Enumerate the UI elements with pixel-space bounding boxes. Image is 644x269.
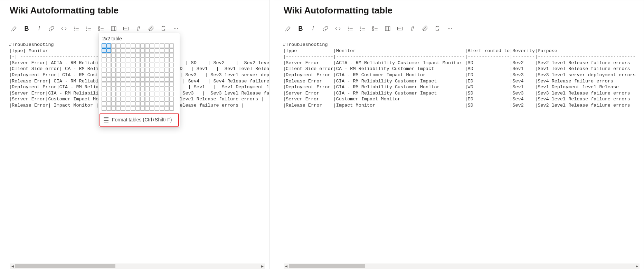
table-grid-cell[interactable]	[131, 43, 135, 48]
table-grid-cell[interactable]	[150, 101, 154, 106]
table-grid-cell[interactable]	[145, 48, 150, 53]
checklist-button[interactable]	[370, 24, 380, 33]
table-grid-cell[interactable]	[111, 82, 116, 87]
table-grid-cell[interactable]	[155, 106, 159, 111]
table-grid-cell[interactable]	[155, 77, 159, 82]
table-grid-cell[interactable]	[135, 63, 140, 67]
table-grid-cell[interactable]	[116, 63, 121, 67]
scroll-thumb-left[interactable]	[15, 264, 115, 268]
table-grid-cell[interactable]	[135, 101, 140, 106]
table-grid-cell[interactable]	[126, 97, 130, 101]
table-grid-cell[interactable]	[150, 53, 154, 58]
table-grid-cell[interactable]	[121, 92, 125, 96]
table-grid-cell[interactable]	[135, 77, 140, 82]
abc-button[interactable]: ABC	[121, 24, 131, 33]
table-grid-cell[interactable]	[121, 48, 125, 53]
table-grid-cell[interactable]	[121, 87, 125, 91]
table-grid-cell[interactable]	[121, 72, 125, 77]
table-grid-cell[interactable]	[126, 58, 130, 62]
abc-button[interactable]: ABC	[395, 24, 405, 33]
table-grid-cell[interactable]	[145, 106, 150, 111]
table-grid-cell[interactable]	[155, 97, 159, 101]
table-grid-cell[interactable]	[164, 58, 169, 62]
table-grid-cell[interactable]	[126, 72, 130, 77]
table-grid-cell[interactable]	[150, 63, 154, 67]
table-grid-cell[interactable]	[102, 58, 106, 62]
table-grid-cell[interactable]	[150, 43, 154, 48]
table-grid-cell[interactable]	[111, 101, 116, 106]
bold-button[interactable]: B	[21, 24, 32, 33]
table-grid-cell[interactable]	[135, 68, 140, 72]
checklist-button[interactable]	[96, 24, 106, 33]
table-grid-cell[interactable]	[131, 58, 135, 62]
table-grid-cell[interactable]	[155, 48, 159, 53]
italic-button[interactable]: I	[308, 24, 318, 33]
table-grid-cell[interactable]	[126, 43, 130, 48]
table-grid-cell[interactable]	[102, 106, 106, 111]
table-grid-cell[interactable]	[140, 43, 145, 48]
table-grid-cell[interactable]	[169, 87, 174, 91]
table-grid-cell[interactable]	[106, 72, 111, 77]
table-grid-cell[interactable]	[126, 92, 130, 96]
table-grid-cell[interactable]	[164, 101, 169, 106]
table-grid-cell[interactable]	[150, 48, 154, 53]
table-grid-cell[interactable]	[106, 68, 111, 72]
table-grid-cell[interactable]	[126, 53, 130, 58]
table-grid-cell[interactable]	[116, 106, 121, 111]
table-grid-cell[interactable]	[102, 63, 106, 67]
table-grid-cell[interactable]	[121, 53, 125, 58]
table-grid-cell[interactable]	[160, 48, 164, 53]
page-title-right[interactable]: Wiki Autoformatting table	[281, 2, 637, 17]
table-grid-cell[interactable]	[102, 72, 106, 77]
table-grid-cell[interactable]	[160, 92, 164, 96]
table-grid-cell[interactable]	[135, 72, 140, 77]
table-grid-cell[interactable]	[102, 101, 106, 106]
table-grid-cell[interactable]	[106, 43, 111, 48]
table-grid-cell[interactable]	[135, 97, 140, 101]
table-grid-cell[interactable]	[164, 97, 169, 101]
table-grid-cell[interactable]	[145, 97, 150, 101]
table-grid-cell[interactable]	[102, 43, 106, 48]
table-grid-cell[interactable]	[111, 48, 116, 53]
table-grid-cell[interactable]	[145, 101, 150, 106]
table-grid-cell[interactable]	[106, 92, 111, 96]
table-grid-cell[interactable]	[131, 77, 135, 82]
scroll-track-left[interactable]	[15, 263, 260, 269]
table-grid-cell[interactable]	[145, 53, 150, 58]
table-grid-cell[interactable]	[106, 77, 111, 82]
table-grid-cell[interactable]	[126, 101, 130, 106]
table-grid-cell[interactable]	[140, 92, 145, 96]
table-grid-cell[interactable]	[106, 82, 111, 87]
table-grid-cell[interactable]	[116, 68, 121, 72]
table-grid-cell[interactable]	[140, 101, 145, 106]
table-grid-cell[interactable]	[164, 87, 169, 91]
table-grid-cell[interactable]	[131, 68, 135, 72]
table-grid-cell[interactable]	[155, 101, 159, 106]
table-grid-cell[interactable]	[150, 77, 154, 82]
table-grid-cell[interactable]	[131, 48, 135, 53]
table-grid-cell[interactable]	[116, 77, 121, 82]
table-grid-cell[interactable]	[121, 101, 125, 106]
table-grid-cell[interactable]	[140, 97, 145, 101]
table-grid-cell[interactable]	[160, 43, 164, 48]
table-grid-cell[interactable]	[106, 87, 111, 91]
header-button[interactable]: #	[407, 24, 418, 33]
table-grid-cell[interactable]	[131, 92, 135, 96]
table-grid-cell[interactable]	[111, 87, 116, 91]
table-grid-cell[interactable]	[106, 97, 111, 101]
table-grid-cell[interactable]	[102, 53, 106, 58]
table-size-grid[interactable]	[99, 43, 180, 113]
format-tables-option[interactable]: Format tables (Ctrl+Shift+F)	[100, 113, 179, 127]
scroll-thumb-right[interactable]	[289, 264, 365, 268]
table-grid-cell[interactable]	[169, 101, 174, 106]
table-grid-cell[interactable]	[160, 82, 164, 87]
bullet-list-button[interactable]	[345, 24, 356, 33]
more-button[interactable]	[171, 24, 181, 33]
table-button[interactable]	[108, 24, 119, 33]
table-grid-cell[interactable]	[116, 101, 121, 106]
table-grid-cell[interactable]	[106, 106, 111, 111]
table-grid-cell[interactable]	[131, 63, 135, 67]
table-grid-cell[interactable]	[145, 72, 150, 77]
table-grid-cell[interactable]	[102, 97, 106, 101]
table-grid-cell[interactable]	[164, 53, 169, 58]
